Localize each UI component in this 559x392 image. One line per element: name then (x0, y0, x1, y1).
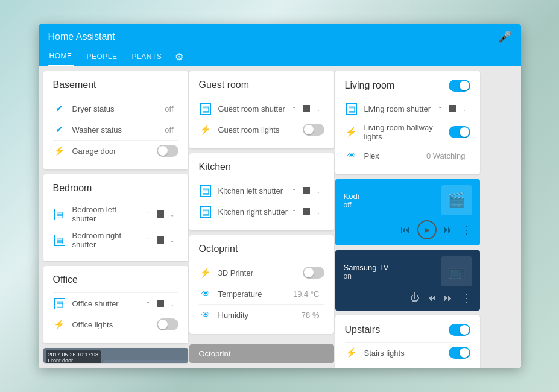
shutter-stop-btn-6[interactable] (303, 208, 310, 215)
kodi-next-btn[interactable]: ⏭ (444, 224, 453, 235)
basement-title: Basement (53, 80, 178, 90)
kodi-status: off (344, 201, 359, 209)
nav-people[interactable]: PEOPLE (86, 48, 119, 66)
octoprint-title: Octoprint (199, 244, 324, 254)
kodi-more-btn[interactable]: ⋮ (461, 223, 472, 236)
nav-plants[interactable]: PLANTS (131, 48, 163, 66)
living-room-main-toggle[interactable] (449, 80, 470, 92)
navigation: HOME PEOPLE PLANTS ⚙ (39, 47, 521, 66)
kitchen-title: Kitchen (199, 162, 324, 172)
guest-shutter-label: Guest room shutter (218, 104, 288, 113)
shutter-up-btn-4[interactable]: ↑ (288, 103, 300, 115)
shutter-up-btn-2[interactable]: ↑ (142, 234, 154, 246)
living-shutter-row: ▤ Living room shutter ↑ ↓ (345, 98, 470, 119)
samsung-title: Samsung TV (344, 263, 389, 272)
guest-lights-label: Guest room lights (218, 125, 303, 134)
shutter-up-btn-7[interactable]: ↑ (434, 103, 446, 115)
washer-status: off (165, 125, 173, 134)
printer-toggle[interactable] (303, 267, 324, 279)
svg-rect-2 (104, 360, 188, 363)
shutter-icon-7: ▤ (345, 102, 358, 115)
nav-home[interactable]: HOME (48, 47, 74, 66)
printer-row: ⚡ 3D Printer (199, 262, 324, 283)
humidity-value: 78 % (302, 311, 320, 320)
app-title: Home Assistant (48, 31, 115, 42)
shutter-stop-btn-4[interactable] (303, 105, 310, 112)
shutter-up-btn-3[interactable]: ↑ (142, 297, 154, 309)
hallway-lights-toggle[interactable] (449, 126, 470, 138)
microphone-icon[interactable]: 🎤 (498, 30, 511, 43)
samsung-power-btn[interactable]: ⏻ (410, 292, 420, 303)
shutter-stop-btn-7[interactable] (449, 105, 456, 112)
shutter-stop-btn[interactable] (157, 210, 164, 218)
guest-shutter-row: ▤ Guest room shutter ↑ ↓ (199, 98, 324, 119)
kitchen-card: Kitchen ▤ Kitchen left shutter ↑ ↓ ▤ Kit… (189, 153, 334, 230)
kodi-prev-btn[interactable]: ⏮ (400, 224, 410, 235)
bedroom-right-shutter-row: ▤ Bedroom right shutter ↑ ↓ (53, 227, 178, 253)
hallway-lights-row: ⚡ Living room hallway lights (345, 119, 470, 145)
camera-timestamp: 2017-05-26 10:17:08Front door (46, 350, 101, 363)
bolt-icon: ⚡ (53, 144, 66, 157)
octoprint-card: Octoprint ⚡ 3D Printer 👁 Temperature 19.… (189, 235, 334, 334)
bedroom-left-shutter-controls: ↑ ↓ (142, 208, 178, 220)
washer-label: Washer status (72, 125, 165, 134)
shutter-down-btn-5[interactable]: ↓ (312, 185, 324, 197)
stairs-lights-label: Stairs lights (364, 349, 449, 358)
upstairs-main-toggle[interactable] (449, 324, 470, 336)
office-shutter-controls: ↑ ↓ (142, 297, 178, 309)
garage-label: Garage door (72, 147, 157, 156)
office-lights-toggle[interactable] (157, 318, 178, 330)
shutter-up-btn[interactable]: ↑ (142, 208, 154, 220)
bedroom-right-shutter-controls: ↑ ↓ (142, 234, 178, 246)
bolt-icon-4: ⚡ (199, 266, 212, 279)
bedroom-right-shutter-label: Bedroom right shutter (72, 231, 142, 249)
shutter-icon-1: ▤ (53, 207, 66, 221)
bolt-icon-6: ⚡ (345, 346, 358, 359)
shutter-stop-btn-3[interactable] (157, 300, 164, 307)
living-shutter-controls: ↑ ↓ (434, 103, 470, 115)
stairs-lights-toggle[interactable] (449, 347, 470, 359)
bedroom-title: Bedroom (53, 183, 178, 194)
camera-thumbnail: 2017-05-26 10:17:08Front door (43, 348, 188, 363)
octoprint-bar: Octoprint (189, 344, 334, 363)
shutter-down-btn[interactable]: ↓ (166, 208, 178, 220)
samsung-tv-card: Samsung TV on 📺 ⏻ ⏮ ⏭ ⋮ (335, 250, 480, 311)
shutter-down-btn-7[interactable]: ↓ (458, 103, 470, 115)
bolt-icon-2: ⚡ (53, 318, 66, 331)
samsung-more-btn[interactable]: ⋮ (461, 291, 472, 305)
upstairs-card: Upstairs ⚡ Stairs lights (335, 315, 480, 368)
settings-icon[interactable]: ⚙ (175, 51, 183, 63)
main-content: Basement ✔ Dryer status off ✔ Washer sta… (39, 66, 521, 368)
dryer-label: Dryer status (72, 104, 165, 113)
shutter-down-btn-2[interactable]: ↓ (166, 234, 178, 246)
kitchen-right-label: Kitchen right shutter (218, 207, 288, 217)
right-column: Living room ▤ Living room shutter ↑ ↓ ⚡ … (335, 71, 480, 363)
living-room-title: Living room (345, 80, 395, 91)
camera-card: 2017-05-26 10:17:08Front door (43, 348, 188, 363)
eye-icon-1: 👁 (199, 287, 212, 300)
eye-icon-2: 👁 (199, 308, 212, 321)
upstairs-title: Upstairs (345, 324, 381, 335)
guest-lights-row: ⚡ Guest room lights (199, 119, 324, 140)
bolt-icon-3: ⚡ (199, 123, 212, 136)
shutter-down-btn-4[interactable]: ↓ (312, 103, 324, 115)
garage-toggle[interactable] (157, 145, 178, 157)
temperature-row: 👁 Temperature 19.4 °C (199, 283, 324, 304)
office-title: Office (53, 274, 178, 285)
humidity-row: 👁 Humidity 78 % (199, 304, 324, 325)
shutter-icon-5: ▤ (199, 184, 212, 197)
shutter-up-btn-5[interactable]: ↑ (288, 185, 300, 197)
samsung-next-btn[interactable]: ⏭ (444, 292, 453, 303)
shutter-down-btn-6[interactable]: ↓ (312, 206, 324, 218)
shutter-up-btn-6[interactable]: ↑ (288, 206, 300, 218)
shutter-down-btn-3[interactable]: ↓ (166, 297, 178, 309)
kitchen-right-controls: ↑ ↓ (288, 206, 324, 218)
left-column: Basement ✔ Dryer status off ✔ Washer sta… (43, 71, 188, 363)
shutter-stop-btn-5[interactable] (303, 187, 310, 194)
printer-label: 3D Printer (218, 268, 303, 277)
shutter-stop-btn-2[interactable] (157, 236, 164, 244)
kodi-play-btn[interactable]: ▶ (417, 220, 437, 239)
shutter-icon-4: ▤ (199, 102, 212, 115)
guest-lights-toggle[interactable] (303, 124, 324, 136)
samsung-prev-btn[interactable]: ⏮ (427, 292, 437, 303)
